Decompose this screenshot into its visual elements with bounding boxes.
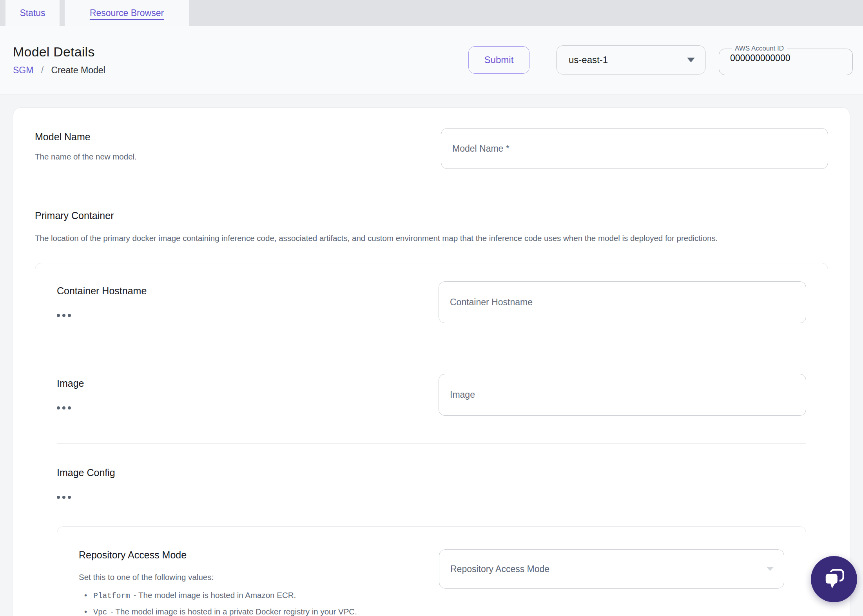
- repository-access-mode-select[interactable]: Repository Access Mode: [439, 549, 784, 589]
- image-input[interactable]: [439, 374, 806, 416]
- header-controls: Submit us-east-1 AWS Account ID: [468, 45, 853, 75]
- region-select-value: us-east-1: [569, 54, 608, 65]
- repository-access-mode-options-list: •Platform- The model image is hosted in …: [79, 587, 357, 616]
- primary-container-group: Container Hostname Image: [35, 263, 828, 616]
- container-hostname-label: Container Hostname: [57, 285, 147, 297]
- image-row: Image: [57, 375, 806, 416]
- breadcrumb-root-link[interactable]: SGM: [13, 65, 33, 75]
- container-hostname-text: Container Hostname: [57, 282, 147, 317]
- chat-launcher-button[interactable]: [811, 556, 857, 602]
- image-config-group: Repository Access Mode Set this to one o…: [57, 526, 806, 616]
- section-divider: [38, 188, 825, 188]
- image-label: Image: [57, 378, 84, 389]
- more-ellipsis-icon[interactable]: [57, 406, 74, 409]
- header-divider: [543, 47, 543, 72]
- container-hostname-input[interactable]: [439, 281, 806, 323]
- dropdown-arrow-icon: [687, 58, 695, 62]
- field-divider: [57, 443, 806, 444]
- page-body: Model Name The name of the new model. Pr…: [0, 94, 863, 616]
- aws-account-id-field: AWS Account ID: [719, 45, 853, 75]
- repository-access-mode-description: Set this to one of the following values:: [79, 573, 357, 582]
- submit-button[interactable]: Submit: [468, 46, 529, 74]
- option-vpc-text: - The model image is hosted in a private…: [111, 607, 357, 616]
- model-name-description: The name of the new model.: [35, 152, 137, 161]
- model-name-text: Model Name The name of the new model.: [35, 131, 137, 161]
- more-ellipsis-icon[interactable]: [57, 314, 74, 317]
- option-platform-text: - The model image is hosted in Amazon EC…: [134, 591, 296, 600]
- chevron-down-icon: [767, 567, 774, 571]
- tab-resource-browser-label: Resource Browser: [90, 8, 164, 18]
- primary-container-description: The location of the primary docker image…: [35, 231, 828, 246]
- option-vpc: •Vpc- The model image is hosted in a pri…: [84, 604, 357, 616]
- model-details-card: Model Name The name of the new model. Pr…: [13, 107, 850, 616]
- aws-account-id-input[interactable]: [729, 53, 839, 64]
- page-header: Model Details SGM / Create Model Submit …: [0, 26, 863, 94]
- tab-bar: Status Resource Browser: [0, 0, 863, 26]
- image-text: Image: [57, 375, 84, 409]
- more-ellipsis-icon[interactable]: [57, 496, 74, 499]
- app-window: Status Resource Browser Model Details SG…: [0, 0, 863, 616]
- aws-account-id-label: AWS Account ID: [732, 45, 787, 53]
- breadcrumb-current: Create Model: [51, 65, 105, 75]
- breadcrumb: SGM / Create Model: [13, 65, 105, 76]
- title-block: Model Details SGM / Create Model: [13, 44, 105, 76]
- field-divider: [57, 351, 806, 351]
- option-platform: •Platform- The model image is hosted in …: [84, 587, 357, 604]
- region-select[interactable]: us-east-1: [557, 45, 705, 74]
- repository-access-mode-text: Repository Access Mode Set this to one o…: [79, 549, 357, 616]
- breadcrumb-separator: /: [41, 65, 44, 75]
- container-hostname-row: Container Hostname: [57, 282, 806, 323]
- chat-icon: [822, 568, 846, 590]
- tab-status[interactable]: Status: [5, 0, 60, 26]
- repository-access-mode-label: Repository Access Mode: [79, 549, 357, 561]
- model-name-input[interactable]: [441, 128, 828, 169]
- tab-status-label: Status: [20, 8, 45, 18]
- image-config-label: Image Config: [57, 467, 806, 478]
- option-vpc-code: Vpc: [93, 608, 107, 616]
- repository-access-mode-select-placeholder: Repository Access Mode: [450, 564, 549, 574]
- option-platform-code: Platform: [93, 592, 130, 600]
- model-name-label: Model Name: [35, 131, 137, 143]
- primary-container-label: Primary Container: [35, 210, 828, 221]
- tab-resource-browser[interactable]: Resource Browser: [65, 0, 189, 26]
- image-config-section: Image Config Repository Access Mode Set …: [57, 467, 806, 616]
- model-name-row: Model Name The name of the new model.: [35, 131, 828, 169]
- page-title: Model Details: [13, 44, 105, 60]
